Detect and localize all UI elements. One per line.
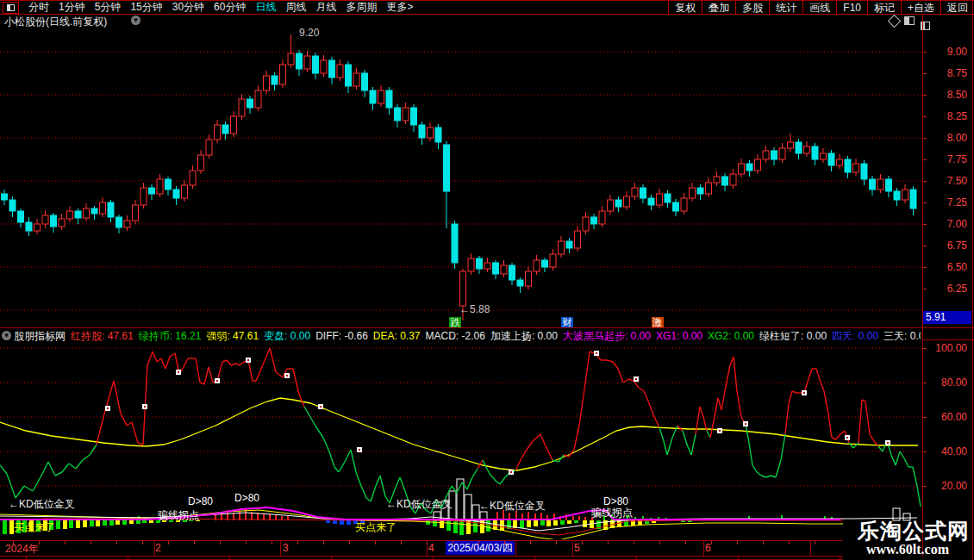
- date-tick: [789, 541, 790, 544]
- price-axis-label: 8.50: [922, 89, 967, 101]
- indicator-source-label: 股朋指标网: [14, 330, 66, 342]
- axis-divider: [922, 339, 974, 340]
- date-label-1: 2: [155, 542, 161, 554]
- price-axis-label: 6.50: [922, 261, 967, 273]
- price-axis-label: 7.50: [922, 175, 967, 187]
- chart-title-row: 小松股份(日线.前复权) ▾: [0, 15, 922, 26]
- indicator-field-7: 加速上扬: 0.00: [490, 330, 558, 342]
- signal-label-6: 买点来了: [355, 520, 396, 535]
- date-tick: [39, 541, 40, 544]
- indicator-axis-label: 60.00: [922, 411, 967, 423]
- high-price-annotation: 9.20: [299, 27, 319, 39]
- menu-item-period-1[interactable]: 1分钟: [59, 0, 85, 15]
- indicator-field-2: 强弱: 47.61: [206, 330, 259, 342]
- menu-item-period-9[interactable]: 多周期: [346, 0, 377, 15]
- indicator-field-4: DIFF: -0.66: [315, 330, 368, 342]
- price-axis-label: 7.75: [922, 153, 967, 165]
- date-tick: [763, 541, 764, 544]
- date-tick: [194, 541, 195, 544]
- date-tick: [13, 541, 14, 544]
- menu-item-tool-5[interactable]: F10: [836, 1, 867, 14]
- price-axis-label: 8.25: [922, 110, 967, 122]
- split-window-icon[interactable]: [904, 16, 915, 25]
- indicator-axis-label: 40.00: [922, 445, 967, 457]
- date-tick: [116, 541, 117, 544]
- date-label-5: 6: [705, 542, 711, 554]
- indicator-field-9: XG1: 0.00: [656, 330, 702, 342]
- menu-item-period-7[interactable]: 周线: [285, 0, 306, 15]
- date-separator: [810, 541, 811, 556]
- date-separator: [154, 541, 155, 556]
- menu-item-tool-8[interactable]: 返回: [940, 1, 974, 14]
- indicator-header: 股朋指标网 红持股: 47.61绿持币: 16.21强弱: 47.61变盘: 0…: [0, 330, 921, 342]
- date-tick: [220, 541, 221, 544]
- date-tick: [375, 541, 376, 544]
- date-tick: [634, 541, 634, 544]
- chevron-down-icon[interactable]: ▾: [131, 16, 140, 25]
- indicator-chart[interactable]: [0, 343, 922, 539]
- date-axis[interactable]: 2025/04/03/四 2024年23456: [0, 541, 843, 556]
- signal-label-7: ←KD低位金叉: [479, 499, 546, 513]
- price-axis-label: 7.00: [922, 218, 967, 230]
- date-tick: [349, 541, 350, 544]
- date-label-4: 5: [574, 542, 580, 554]
- date-label-3: 4: [428, 542, 434, 554]
- price-axis-label: 8.00: [922, 132, 967, 144]
- price-axis-label: 6.25: [922, 283, 967, 295]
- indicator-axis-label: 80.00: [922, 376, 967, 389]
- date-tick: [815, 541, 815, 544]
- date-tick: [478, 541, 479, 544]
- tool-menu: 复权叠加多股统计画线F10标记+自选返回: [668, 1, 974, 14]
- date-tick: [323, 541, 324, 544]
- top-menu-bar: 分时1分钟5分钟15分钟30分钟60分钟日线周线月线多周期更多> 复权叠加多股统…: [0, 0, 974, 15]
- indicator-field-5: DEA: 0.37: [373, 330, 421, 342]
- signal-label-4: D>80: [234, 492, 259, 504]
- menu-item-period-8[interactable]: 月线: [315, 0, 336, 15]
- date-tick: [453, 541, 453, 544]
- menu-item-period-3[interactable]: 15分钟: [130, 0, 162, 15]
- indicator-field-13: 三天: 0.00: [883, 330, 921, 342]
- date-tick: [582, 541, 583, 544]
- date-separator: [280, 541, 281, 556]
- menu-item-period-2[interactable]: 5分钟: [95, 0, 122, 15]
- date-tick: [401, 541, 402, 544]
- date-axis-bottom-border: [0, 556, 843, 557]
- menu-item-period-6[interactable]: 日线: [255, 0, 276, 15]
- menu-item-period-4[interactable]: 30分钟: [172, 0, 204, 15]
- price-axis-label: 8.75: [922, 67, 967, 79]
- date-tick: [685, 541, 686, 544]
- menu-item-period-10[interactable]: 更多>: [386, 0, 413, 15]
- indicator-field-11: 绿柱短了: 0.00: [759, 330, 827, 342]
- signal-label-2: 骗线拐点: [158, 508, 199, 523]
- menu-item-tool-6[interactable]: 标记: [867, 1, 901, 14]
- menu-item-tool-3[interactable]: 统计: [769, 1, 802, 14]
- layout-toggle-icon[interactable]: [3, 2, 19, 14]
- signal-label-0: ←KD低位金叉: [9, 497, 75, 512]
- menu-item-tool-2[interactable]: 多股: [735, 1, 769, 14]
- menu-item-tool-1[interactable]: 叠加: [702, 1, 735, 14]
- menu-item-tool-0[interactable]: 复权: [668, 1, 702, 14]
- menu-item-period-5[interactable]: 60分钟: [214, 0, 246, 15]
- date-tick: [711, 541, 712, 544]
- date-tick: [530, 541, 531, 544]
- date-tick: [246, 541, 247, 544]
- date-tick: [168, 541, 169, 544]
- date-tick: [556, 541, 557, 544]
- signal-label-1: 买点来了: [14, 520, 55, 535]
- menu-item-period-0[interactable]: 分时: [28, 0, 49, 15]
- indicator-field-0: 红持股: 47.61: [71, 330, 134, 342]
- signal-label-3: D>80: [188, 495, 213, 507]
- indicator-field-6: MACD: -2.06: [426, 330, 485, 342]
- price-axis-label: 9.00: [922, 46, 967, 58]
- candlestick-chart[interactable]: [0, 26, 922, 326]
- stock-app-window: 分时1分钟5分钟15分钟30分钟60分钟日线周线月线多周期更多> 复权叠加多股统…: [0, 0, 974, 560]
- indicator-field-3: 变盘: 0.00: [264, 330, 310, 342]
- indicator-field-1: 绿持币: 16.21: [139, 330, 202, 342]
- date-separator: [515, 541, 516, 556]
- date-tick: [297, 541, 298, 544]
- menu-item-tool-4[interactable]: 画线: [802, 1, 836, 14]
- date-tick: [91, 541, 91, 544]
- menu-item-tool-7[interactable]: +自选: [901, 1, 940, 14]
- date-label-0: 2024年: [5, 542, 39, 557]
- watermark-url: www.60lt.com: [866, 542, 949, 557]
